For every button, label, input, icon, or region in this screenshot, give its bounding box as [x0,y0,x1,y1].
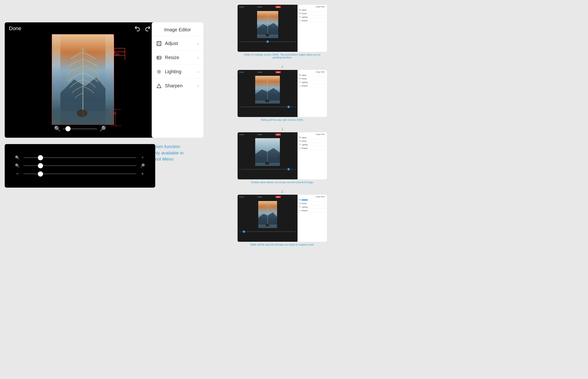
menu-item-adjust[interactable]: Adjust › [152,36,204,51]
thumb-feather-svg-4 [258,201,277,228]
zoom-track-1[interactable] [24,157,136,158]
undo-icon[interactable] [134,25,141,32]
thumb-caption-4: Slider all the way left will take you ba… [237,242,327,247]
thumb-menu-3: Image Editor ⊞Adjust › ⊟Resize › ✦Lighti… [297,132,327,179]
thumb-caption-2: Sliding all the way right Zooms 200%. [237,117,327,123]
thumb-menu-adjust-2: ⊞Adjust › [297,73,327,77]
svg-point-28 [265,100,269,102]
thumb-close-1: Close [257,6,262,8]
zoom-row-3: − + [14,171,146,176]
zoom-thumb-1[interactable] [38,155,43,160]
zoom-in-icon-2: 🔎 [139,163,146,168]
thumb-menu-title-4: Image Editor [297,195,327,198]
thumb-feather-bg-2 [255,76,280,104]
resize-left: Resize [156,55,179,60]
zoom-track-3[interactable] [24,174,136,174]
redo-icon[interactable] [144,25,151,32]
zoom-track[interactable] [63,128,97,129]
adjust-left: Adjust [156,41,178,46]
thumb-menu-sharpen-4: △Sharpen › [297,209,327,212]
menu-item-sharpen[interactable]: Sharpen › [152,79,204,93]
thumb-menu-sharpen-2: △Sharpen › [297,84,327,88]
thumb-menu-2: Image Editor ⊞Adjust › ⊟Resize › ✦Lighti… [297,70,327,117]
thumb-feather-bg-3 [255,138,280,166]
v-line-far-right [125,48,125,60]
thumb-menu-title-1: Image Editor [297,5,327,8]
minus-icon: − [14,171,21,176]
menu-item-resize[interactable]: Resize › [152,51,204,65]
zoom-thumb[interactable] [65,126,71,131]
zoom-out-icon: 🔍 [54,126,60,132]
thumb-done-4: Done [239,196,244,198]
svg-line-19 [160,70,161,71]
thumb-menu-adjust-3: ⊞Adjust › [297,136,327,139]
zoom-track-2[interactable] [24,165,136,166]
thumb-dots-3: ··· [294,133,296,136]
thumb-red-1: ●●● [275,6,281,8]
lighting-label: Lighting [165,69,181,74]
thumb-slider-3: ● ● [237,167,297,171]
thumb-menu-title-2: Image Editor [297,70,327,73]
zoom-slider[interactable]: 🔍 🔎 [54,126,106,132]
zoom-row-1: 🔍 + [14,155,146,160]
image-editor-panel: Image Editor Adjust › [152,22,204,138]
resize-chevron: › [198,56,199,60]
zoom-thumb-2[interactable] [38,163,43,168]
thumb-dots-2: ··· [294,71,296,73]
menu-item-lighting[interactable]: Lighting › [152,65,204,79]
thumbnail-2: Done Close ●●● ··· [237,70,327,123]
thumb-red-2: ●●● [275,71,281,73]
svg-point-36 [265,224,269,226]
svg-point-24 [265,34,269,36]
adjust-chevron: › [198,41,199,46]
thumb-done-3: Done [239,133,244,136]
thumb-slider-4: ● ● [237,230,297,233]
lighting-icon [156,69,162,74]
zoom-out-plus-icon: 🔍 [14,155,21,160]
lighting-left: Lighting [156,69,181,74]
resize-label: Resize [165,55,179,60]
adjust-icon [156,41,162,46]
zoom-thumb-3[interactable] [38,171,43,176]
editor-actions [134,25,151,32]
thumb-menu-sharpen-3: △Sharpen › [297,146,327,150]
thumb-menu-resize-3: ⊟Resize › [297,139,327,143]
thumb-menu-1: Image Editor ⊞Adjust › ⊟Resize › ✦Lighti… [297,5,327,52]
thumb-image-3 [237,137,297,167]
main-editor: Done 55px 77px 22px [5,22,155,138]
feather-image [52,34,114,125]
thumb-slider-2: ● ● [237,105,297,109]
editor-header: Done [5,22,155,35]
corner-br [111,122,114,125]
thumb-slider-1: ● ● [237,40,297,43]
thumb-menu-lighting-2: ✦Lighting › [297,80,327,84]
thumb-close-3: Close [257,133,262,136]
lighting-chevron: › [198,70,199,74]
thumb-menu-adjust-1: ⊞Adjust › [297,8,327,12]
thumb-feather-bg-1 [257,11,278,38]
thumb-done-1: Done [239,6,244,8]
plus-icon-3: + [139,171,146,176]
zoom-row-2: 🔍 🔎 [14,163,146,168]
sharpen-icon [156,83,162,89]
thumb-close-2: Close [257,71,262,73]
svg-point-11 [158,71,160,73]
zoom-note: Zoom function only available in Root Men… [152,143,183,162]
thumb-editor-1: Done Close ●●● ··· [237,5,297,52]
svg-line-17 [160,73,161,73]
svg-marker-20 [157,84,161,88]
arrow-2: ↓ [237,126,327,131]
plus-icon-1: + [139,155,146,160]
thumb-feather-svg-1 [257,11,278,38]
thumb-menu-lighting-3: ✦Lighting › [297,143,327,146]
sharpen-label: Sharpen [165,83,183,89]
zoom-out-icon-2: 🔍 [14,163,21,168]
thumb-feather-svg-3 [255,138,280,166]
feather-svg [52,34,114,125]
done-button[interactable]: Done [9,25,21,32]
thumb-feather-bg-4 [258,201,277,228]
thumb-image-1 [237,9,297,40]
adjust-label: Adjust [165,41,178,46]
panel-title: Image Editor [152,22,204,36]
zoom-demo: 🔍 + 🔍 🔎 − + [5,144,155,188]
